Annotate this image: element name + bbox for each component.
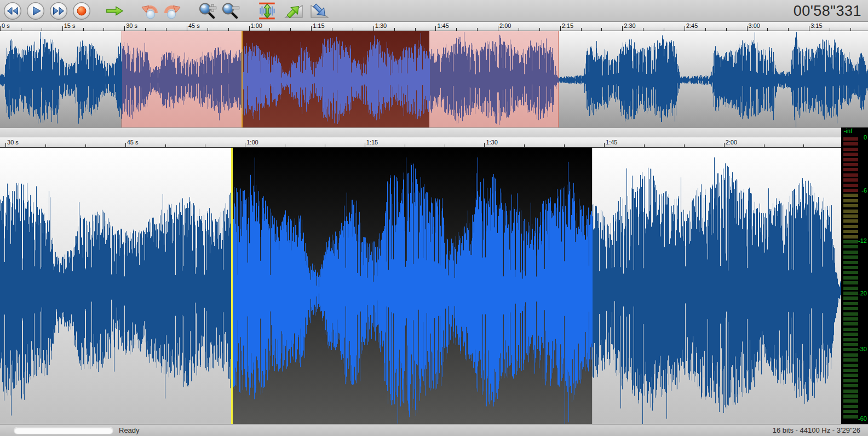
zoom-in-button[interactable]	[198, 0, 217, 22]
ruler-tick	[311, 26, 312, 31]
meter-segment	[843, 292, 858, 295]
ruler-tick	[850, 28, 851, 31]
meter-segment	[843, 328, 858, 331]
zoom-out-icon	[221, 1, 240, 21]
ruler-tick	[353, 28, 353, 31]
ruler-tick	[435, 26, 436, 31]
meter-segment	[843, 194, 858, 197]
meter-segment	[843, 297, 858, 300]
ruler-tick	[208, 28, 208, 31]
ruler-tick	[803, 144, 804, 147]
ruler-tick	[269, 28, 270, 31]
skip-back-button[interactable]	[3, 0, 22, 22]
meter-segment	[843, 184, 858, 187]
ruler-tick	[830, 28, 830, 31]
ruler-tick	[477, 28, 478, 31]
level-meter: -inf0-6-12-20-30-60	[841, 127, 868, 424]
meter-segment	[843, 178, 858, 182]
overview-time-ruler[interactable]: 0 s15 s30 s45 s1:001:151:301:452:002:152…	[0, 22, 868, 31]
meter-label: -30	[858, 346, 867, 352]
ruler-tick	[664, 28, 664, 31]
goto-end-arrow-icon	[105, 2, 124, 20]
ruler-tick	[394, 28, 395, 31]
ruler-label: 1:45	[437, 22, 449, 29]
ruler-tick	[498, 26, 498, 31]
zoom-in-vertical-button[interactable]	[282, 0, 305, 22]
ruler-tick	[83, 28, 84, 31]
redo-icon	[163, 2, 182, 20]
zoom-in-vertical-icon	[284, 1, 303, 21]
meter-segment	[843, 364, 858, 367]
meter-segment	[843, 219, 858, 223]
ruler-tick	[5, 143, 6, 147]
ruler-tick	[332, 28, 332, 31]
meter-segment	[843, 261, 858, 264]
meter-segment	[843, 142, 858, 146]
undo-button[interactable]	[140, 0, 159, 22]
ruler-label: 2:45	[686, 22, 698, 29]
meter-segment	[843, 245, 858, 248]
meter-segment	[843, 415, 858, 418]
toolbar: 00'58"331	[0, 0, 868, 22]
fit-vertical-button[interactable]	[256, 0, 279, 22]
ruler-tick	[205, 144, 205, 147]
meter-segment	[843, 137, 858, 141]
meter-label: -inf	[844, 128, 852, 134]
play-button[interactable]	[26, 0, 45, 22]
meter-segment	[843, 266, 858, 269]
detail-waveform[interactable]	[0, 148, 841, 424]
meter-label: -20	[858, 290, 867, 297]
skip-forward-button[interactable]	[49, 0, 68, 22]
zoom-in-icon	[198, 1, 217, 21]
ruler-tick	[524, 144, 525, 147]
ruler-tick	[644, 144, 645, 147]
detail-time-ruler[interactable]: 30 s45 s1:001:151:301:452:00	[0, 137, 841, 148]
redo-button[interactable]	[163, 0, 182, 22]
ruler-label: 1:15	[366, 139, 378, 146]
record-icon	[72, 2, 91, 20]
ruler-tick	[165, 144, 166, 147]
ruler-tick	[325, 144, 325, 147]
meter-segment	[843, 399, 858, 403]
meter-segment	[843, 204, 858, 207]
zoom-out-button[interactable]	[221, 0, 240, 22]
meter-segment	[843, 333, 858, 336]
ruler-label: 45 s	[188, 22, 200, 29]
ruler-tick	[187, 26, 187, 31]
ruler-label: 2:00	[726, 139, 737, 146]
ruler-tick	[245, 143, 245, 147]
ruler-tick	[684, 144, 685, 147]
audio-editor-window: 00'58"331 0 s15 s30 s45 s1:001:151:301:4…	[0, 0, 868, 436]
ruler-tick	[604, 143, 605, 147]
ruler-tick	[685, 26, 685, 31]
meter-segment	[843, 163, 858, 166]
ruler-tick	[104, 28, 104, 31]
meter-segment	[843, 281, 858, 284]
overview-waveform[interactable]	[0, 31, 868, 127]
ruler-tick	[445, 144, 445, 147]
ruler-label: 3:15	[810, 22, 822, 29]
meter-segment	[843, 235, 858, 239]
goto-end-button[interactable]	[105, 0, 124, 22]
meter-segment	[843, 214, 858, 218]
ruler-tick	[21, 28, 21, 31]
ruler-tick	[0, 26, 1, 31]
record-button[interactable]	[72, 0, 91, 22]
meter-segment	[843, 148, 858, 151]
ruler-tick	[747, 26, 748, 31]
ruler-label: 3:00	[749, 22, 760, 29]
meter-segment	[843, 312, 858, 316]
skip-back-icon	[3, 2, 22, 20]
meter-label: -6	[861, 188, 867, 194]
meter-segment	[843, 384, 858, 387]
ruler-label: 1:30	[486, 139, 497, 146]
ruler-tick	[767, 28, 768, 31]
zoom-out-vertical-button[interactable]	[308, 0, 331, 22]
ruler-label: 1:30	[375, 22, 387, 29]
meter-segment	[843, 353, 858, 357]
ruler-label: 2:15	[562, 22, 573, 29]
progress-bar	[14, 427, 113, 434]
meter-segment	[843, 405, 858, 408]
ruler-tick	[365, 143, 365, 147]
ruler-tick	[564, 144, 565, 147]
